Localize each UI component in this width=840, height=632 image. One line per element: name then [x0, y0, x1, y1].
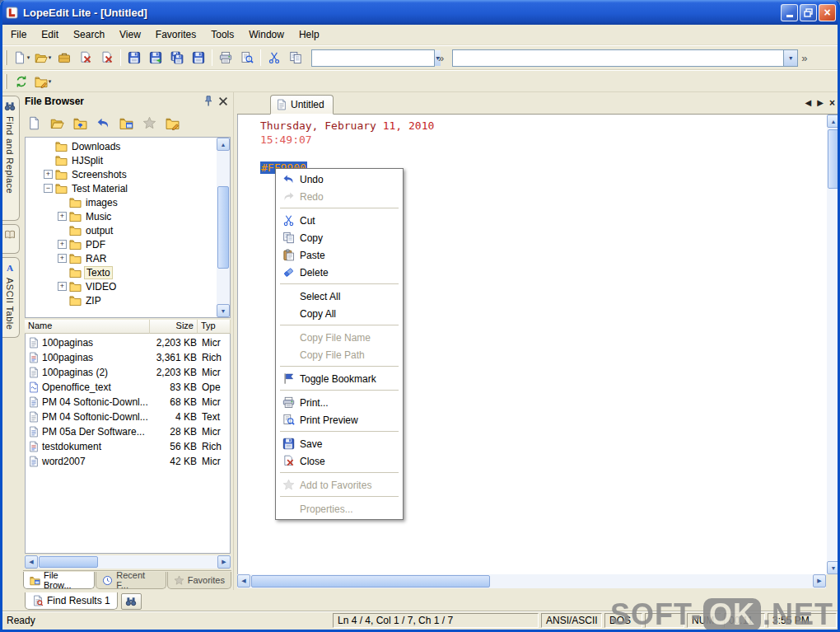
editor-horizontal-scrollbar[interactable]: ◀ ▶: [237, 574, 826, 588]
file-row[interactable]: word200742 KBMicr: [26, 454, 230, 469]
close-document-icon[interactable]: ×: [829, 98, 835, 108]
syntax-combo[interactable]: ▼: [311, 49, 435, 67]
tree-item-pdf[interactable]: +PDF: [26, 237, 216, 251]
column-header-name[interactable]: Name: [25, 320, 150, 334]
menu-item-search[interactable]: Search: [66, 26, 112, 44]
toolbar-grip[interactable]: [5, 74, 7, 89]
context-menu-item-select-all[interactable]: Select All: [278, 288, 401, 305]
menu-item-favorites[interactable]: Favorites: [148, 26, 203, 44]
syntax-combo-input[interactable]: [312, 50, 434, 66]
tree-item-output[interactable]: output: [26, 223, 216, 237]
fb-new-file-button[interactable]: [23, 112, 45, 133]
cut-button[interactable]: [264, 48, 285, 68]
expand-icon[interactable]: +: [58, 254, 67, 263]
file-row[interactable]: 100paginas (2)2,203 KBMicr: [26, 365, 230, 380]
expand-icon[interactable]: +: [58, 240, 67, 249]
dropdown-arrow-icon[interactable]: ▾: [27, 54, 30, 61]
combo-dropdown-icon[interactable]: ▼: [783, 50, 797, 66]
scroll-thumb[interactable]: [828, 129, 839, 189]
reload-files-button[interactable]: [11, 72, 32, 91]
file-row[interactable]: PM 04 Softonic-Downl...68 KBMicr: [26, 395, 230, 410]
file-row[interactable]: PM 04 Softonic-Downl...4 KBText: [26, 410, 230, 424]
tree-item-zip[interactable]: ZIP: [26, 293, 216, 307]
open-file-button[interactable]: ▾: [32, 48, 54, 68]
close-button[interactable]: ×: [819, 4, 836, 21]
open-workspace-button[interactable]: [54, 48, 75, 68]
print-button[interactable]: [215, 48, 236, 68]
scroll-tabs-right-icon[interactable]: ▶: [817, 98, 824, 108]
dropdown-arrow-icon[interactable]: ▾: [49, 54, 52, 61]
context-menu-item-paste[interactable]: Paste: [278, 246, 401, 264]
menu-item-edit[interactable]: Edit: [34, 26, 66, 44]
menu-item-tools[interactable]: Tools: [203, 26, 241, 44]
tree-item-music[interactable]: +Music: [26, 209, 216, 223]
fb-favorites-button[interactable]: [138, 112, 161, 133]
minimize-button[interactable]: [781, 4, 798, 21]
document-tab-untitled[interactable]: Untitled: [270, 95, 334, 115]
column-header-size[interactable]: Size: [150, 320, 198, 334]
tree-item-images[interactable]: images: [26, 195, 216, 209]
collapse-icon[interactable]: −: [44, 184, 53, 193]
close-all-files-button[interactable]: [96, 48, 118, 68]
fb-explore-button[interactable]: [115, 112, 138, 133]
file-row[interactable]: PM 05a Der Software...28 KBMicr: [26, 424, 230, 439]
side-tab-icon[interactable]: [1, 224, 20, 254]
tree-item-video[interactable]: +VIDEO: [26, 279, 216, 293]
tree-item-test-material[interactable]: −Test Material: [26, 181, 216, 195]
tree-item-downloads[interactable]: Downloads: [26, 139, 216, 153]
open-file-combo-input[interactable]: [453, 50, 783, 66]
dropdown-arrow-icon[interactable]: ▾: [49, 78, 52, 85]
toolbar-grip[interactable]: [5, 50, 7, 65]
toolbar-overflow-chevron[interactable]: »: [435, 53, 447, 63]
file-list-scrollbar[interactable]: ◀ ▶: [25, 555, 231, 569]
fb-rename-button[interactable]: [161, 112, 184, 133]
context-menu-item-undo[interactable]: Undo: [278, 171, 401, 188]
panel-tab-file-brow[interactable]: File Brow...: [23, 572, 95, 589]
scroll-down-button[interactable]: ▼: [217, 304, 230, 317]
tree-item-screenshots[interactable]: +Screenshots: [26, 167, 216, 181]
tree-scrollbar[interactable]: ▲ ▼: [217, 138, 230, 317]
copy-button[interactable]: [285, 48, 306, 68]
open-file-combo[interactable]: ▼: [452, 49, 798, 67]
file-row[interactable]: 100paginas3,361 KBRich: [26, 350, 230, 365]
panel-tab-favorites[interactable]: Favorites: [167, 572, 231, 589]
context-menu-item-print-preview[interactable]: Print Preview: [278, 411, 401, 428]
find-results-tab[interactable]: Find Results 1: [25, 592, 118, 610]
scroll-right-button[interactable]: ▶: [813, 574, 826, 588]
tree-item-texto[interactable]: Texto: [26, 265, 216, 279]
restore-button[interactable]: [800, 4, 817, 21]
menu-item-file[interactable]: File: [3, 26, 34, 44]
scroll-left-button[interactable]: ◀: [25, 555, 38, 569]
context-menu-item-copy[interactable]: Copy: [278, 229, 401, 246]
context-menu-item-delete[interactable]: Delete: [278, 264, 401, 281]
fb-parent-folder-button[interactable]: [69, 112, 91, 133]
scroll-tabs-left-icon[interactable]: ◀: [805, 98, 812, 108]
context-menu-item-toggle-bookmark[interactable]: Toggle Bookmark: [278, 370, 401, 387]
context-menu-item-cut[interactable]: Cut: [278, 212, 401, 229]
panel-tab-recent-f[interactable]: Recent F...: [96, 572, 166, 589]
new-file-button[interactable]: ▾: [11, 48, 32, 68]
side-tab-find-and-replace[interactable]: Find and Replace: [1, 96, 20, 221]
context-menu-item-copy-all[interactable]: Copy All: [278, 305, 401, 322]
scroll-thumb[interactable]: [39, 556, 98, 568]
scroll-thumb[interactable]: [251, 575, 490, 588]
scroll-thumb[interactable]: [217, 186, 229, 269]
scroll-left-button[interactable]: ◀: [237, 574, 250, 588]
context-menu-item-save[interactable]: Save: [278, 435, 401, 452]
tree-item-rar[interactable]: +RAR: [26, 251, 216, 265]
context-menu-item-print[interactable]: Print...: [278, 394, 401, 411]
save-file-as-button[interactable]: [145, 48, 166, 68]
side-tab-ascii-table[interactable]: AASCII Table: [1, 257, 20, 338]
toolbar-overflow-chevron[interactable]: »: [798, 53, 810, 63]
column-header-typ[interactable]: Typ: [198, 320, 231, 334]
fb-open-folder-button[interactable]: [46, 112, 68, 133]
fb-back-button[interactable]: [92, 112, 114, 133]
panel-close-button[interactable]: [217, 95, 230, 108]
find-results-tool-button[interactable]: [121, 593, 142, 610]
file-row[interactable]: Openoffice_text83 KBOpe: [26, 380, 230, 395]
menu-item-view[interactable]: View: [112, 26, 148, 44]
file-row[interactable]: 100paginas2,203 KBMicr: [26, 335, 230, 350]
expand-icon[interactable]: +: [44, 170, 53, 179]
scroll-right-button[interactable]: ▶: [217, 555, 231, 569]
print-preview-button[interactable]: [236, 48, 258, 68]
